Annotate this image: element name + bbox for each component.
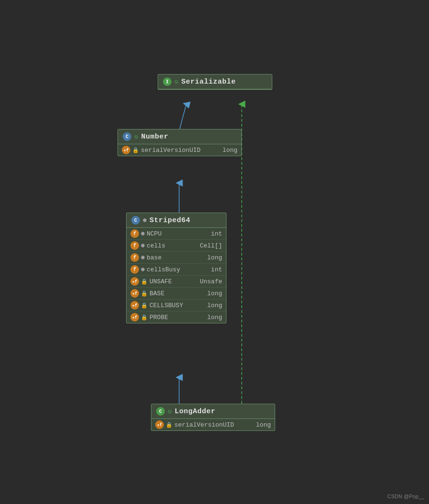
field-icon-unsafe: ★f xyxy=(130,277,139,286)
longadder-field-name: serialVersionUID xyxy=(174,421,245,429)
striped64-field-cells: f cells Cell[] xyxy=(127,240,226,252)
field-icon-f: ★f xyxy=(122,146,130,154)
number-field-serialversionuid: ★f 🔒 serialVersionUID long xyxy=(118,144,241,156)
field-dot-base xyxy=(141,256,145,259)
longadder-title: LongAdder xyxy=(174,407,215,416)
striped64-field-probe: ★f 🔒 PROBE long xyxy=(127,311,226,323)
number-header: C ⎋ Number xyxy=(118,129,241,144)
striped64-field-cellsbusy-static: ★f 🔒 CELLSBUSY long xyxy=(127,300,226,311)
serializable-header: I ⎋ Serializable xyxy=(158,75,272,89)
field-type-probe: long xyxy=(198,314,222,321)
field-icon-ncpu: f xyxy=(130,229,139,238)
serializable-title: Serializable xyxy=(181,78,236,86)
longadder-class-icon: C xyxy=(156,407,165,416)
serializable-inherit-icon: ⎋ xyxy=(174,78,178,86)
field-icon-cells: f xyxy=(130,241,139,250)
number-inherit-icon: ⎋ xyxy=(134,133,138,141)
field-name-unsafe: UNSAFE xyxy=(150,278,196,285)
number-class-icon: C xyxy=(123,132,131,141)
field-name-ncpu: NCPU xyxy=(147,230,196,237)
field-type-base-static: long xyxy=(198,290,222,297)
field-name-cells: cells xyxy=(147,242,196,249)
field-icon-probe: ★f xyxy=(130,313,139,322)
field-type-unsafe: Unsafe xyxy=(198,278,222,285)
field-icon-cellsbusy: f xyxy=(130,265,139,274)
field-lock-unsafe: 🔒 xyxy=(141,279,148,285)
longadder-field-type: long xyxy=(247,421,271,429)
serializable-icon: I xyxy=(163,77,172,86)
field-name-base: base xyxy=(147,254,196,261)
field-type-cells: Cell[] xyxy=(198,242,222,249)
striped64-header: C Striped64 xyxy=(127,213,226,228)
striped64-dot-icon xyxy=(143,218,147,222)
longadder-inherit-icon: ⎋ xyxy=(168,407,172,416)
field-name-cellsbusy-static: CELLSBUSY xyxy=(150,302,196,309)
striped64-class-icon: C xyxy=(131,216,140,225)
field-dot-cells xyxy=(141,244,145,247)
watermark: CSDN @Pop__ xyxy=(387,493,424,499)
field-name-serialversionuid: serialVersionUID xyxy=(141,147,212,154)
longadder-box: C ⎋ LongAdder ★f 🔒 serialVersionUID long xyxy=(151,404,275,431)
field-type-ncpu: int xyxy=(198,230,222,237)
diagram-container: I ⎋ Serializable C ⎋ Number ★f 🔒 serialV… xyxy=(0,0,429,504)
striped64-field-unsafe: ★f 🔒 UNSAFE Unsafe xyxy=(127,276,226,288)
striped64-field-cellsbusy: f cellsBusy int xyxy=(127,264,226,276)
field-type-long: long xyxy=(214,147,237,154)
serializable-box: I ⎋ Serializable xyxy=(158,74,272,90)
striped64-field-ncpu: f NCPU int xyxy=(127,228,226,240)
field-type-cellsbusy-static: long xyxy=(198,302,222,309)
striped64-box: C Striped64 f NCPU int f cells Cell[] f … xyxy=(126,213,226,323)
field-name-cellsbusy: cellsBusy xyxy=(147,266,196,273)
number-title: Number xyxy=(141,133,168,141)
longadder-field-lock-icon: 🔒 xyxy=(166,422,172,428)
field-icon-base-static: ★f xyxy=(130,289,139,298)
number-to-serializable-line xyxy=(180,104,186,129)
field-name-probe: PROBE xyxy=(150,314,196,321)
field-lock-probe: 🔒 xyxy=(141,314,148,321)
field-dot-cellsbusy xyxy=(141,268,145,271)
field-lock-base-static: 🔒 xyxy=(141,290,148,297)
striped64-field-base: f base long xyxy=(127,252,226,264)
number-box: C ⎋ Number ★f 🔒 serialVersionUID long xyxy=(118,129,242,156)
field-type-base: long xyxy=(198,254,222,261)
field-icon-cellsbusy-static: ★f xyxy=(130,301,139,310)
longadder-header: C ⎋ LongAdder xyxy=(151,404,275,419)
striped64-field-base-static: ★f 🔒 BASE long xyxy=(127,288,226,300)
striped64-title: Striped64 xyxy=(150,216,191,225)
field-lock-cellsbusy-static: 🔒 xyxy=(141,302,148,309)
field-type-cellsbusy: int xyxy=(198,266,222,273)
field-name-base-static: BASE xyxy=(150,290,196,297)
longadder-field-icon-f: ★f xyxy=(155,420,164,429)
field-icon-base: f xyxy=(130,253,139,262)
field-dot-ncpu xyxy=(141,232,145,236)
field-lock-icon: 🔒 xyxy=(132,147,139,153)
longadder-field-serialversionuid: ★f 🔒 serialVersionUID long xyxy=(151,419,275,430)
